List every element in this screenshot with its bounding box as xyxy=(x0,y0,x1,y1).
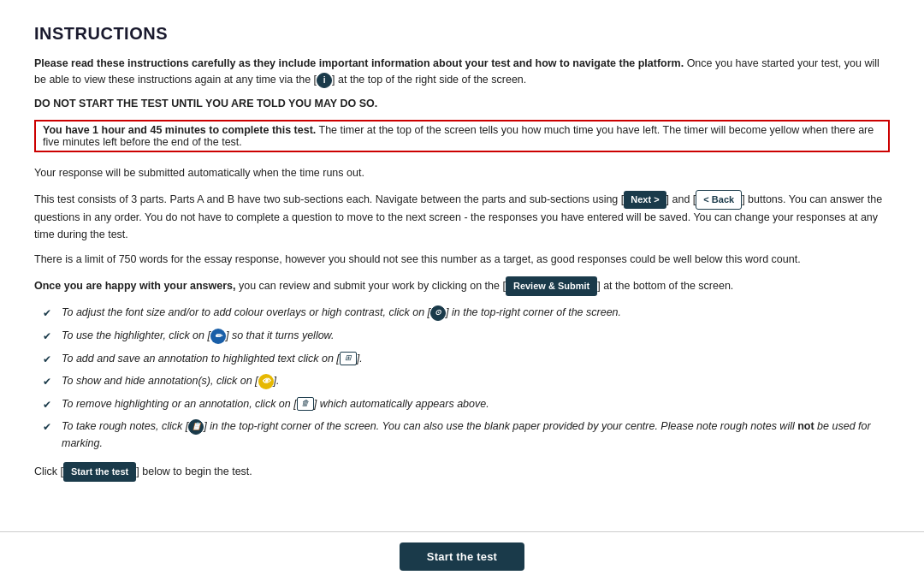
pencil-icon: ✏ xyxy=(210,329,226,344)
time-submitted-note: Your response will be submitted automati… xyxy=(34,165,890,181)
checklist-item-font: To adjust the font size and/or to add co… xyxy=(43,305,890,322)
intro-bold: Please read these instructions carefully… xyxy=(34,57,684,69)
happy-paragraph: Once you are happy with your answers, yo… xyxy=(34,276,890,296)
checklist-text-font: To adjust the font size and/or to add co… xyxy=(62,305,621,321)
happy-bold: Once you are happy with your answers, xyxy=(34,280,236,292)
checklist-text-annotation: To add and save an annotation to highlig… xyxy=(62,351,363,367)
checklist: To adjust the font size and/or to add co… xyxy=(43,305,890,452)
checklist-item-notes: To take rough notes, click [📋] in the to… xyxy=(43,418,890,452)
do-not-warning: DO NOT START THE TEST UNTIL YOU ARE TOLD… xyxy=(34,98,890,110)
time-warning-box: You have 1 hour and 45 minutes to comple… xyxy=(34,120,890,152)
time-bold: You have 1 hour and 45 minutes to comple… xyxy=(43,124,316,136)
notes-icon: 📋 xyxy=(188,419,204,435)
checklist-text-remove: To remove highlighting or an annotation,… xyxy=(62,396,489,412)
annotation-icon: ⊞ xyxy=(340,352,357,365)
main-content: INSTRUCTIONS Please read these instructi… xyxy=(0,0,924,531)
checklist-item-annotation: To add and save an annotation to highlig… xyxy=(43,351,890,368)
trash-icon: 🗑 xyxy=(297,397,314,411)
next-button-example: Next > xyxy=(624,191,666,209)
intro-paragraph: Please read these instructions carefully… xyxy=(34,56,890,89)
words-paragraph: There is a limit of 750 words for the es… xyxy=(34,252,890,268)
checklist-item-highlighter: To use the highlighter, click on [✏] so … xyxy=(43,328,890,345)
page-title: INSTRUCTIONS xyxy=(34,24,890,44)
click-paragraph: Click [Start the test] below to begin th… xyxy=(34,462,890,482)
checklist-text-notes: To take rough notes, click [📋] in the to… xyxy=(62,418,890,452)
checklist-item-show-hide: To show and hide annotation(s), click on… xyxy=(43,373,890,390)
checklist-item-remove: To remove highlighting or an annotation,… xyxy=(43,396,890,413)
start-test-button[interactable]: Start the test xyxy=(400,542,524,571)
review-submit-button-example: Review & Submit xyxy=(506,276,597,296)
eye-yellow-icon: 👁 xyxy=(258,374,274,389)
info-icon: i xyxy=(317,73,332,88)
parts-paragraph: This test consists of 3 parts. Parts A a… xyxy=(34,190,890,243)
back-button-example: < Back xyxy=(696,190,742,210)
start-test-inline-button: Start the test xyxy=(63,462,136,482)
footer-bar: Start the test xyxy=(0,531,924,581)
contrast-icon: ⊙ xyxy=(430,305,446,321)
checklist-text-show-hide: To show and hide annotation(s), click on… xyxy=(62,373,280,389)
checklist-text-highlighter: To use the highlighter, click on [✏] so … xyxy=(62,328,334,344)
intro-end: ] at the top of the right side of the sc… xyxy=(332,74,526,86)
